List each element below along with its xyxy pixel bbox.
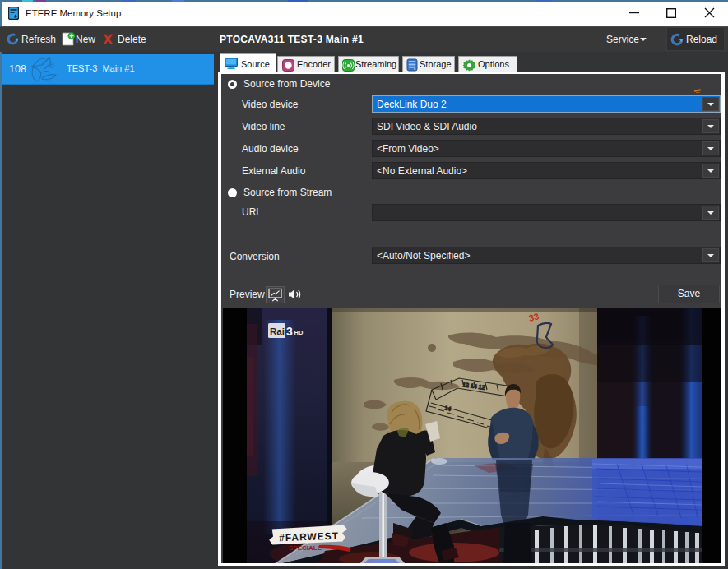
svg-text:Rai: Rai <box>270 326 285 336</box>
svg-text:3: 3 <box>286 325 293 338</box>
svg-text:HD: HD <box>294 329 304 336</box>
svg-text:SPECIALE: SPECIALE <box>289 544 322 552</box>
svg-text:#FARWEST: #FARWEST <box>279 530 339 544</box>
